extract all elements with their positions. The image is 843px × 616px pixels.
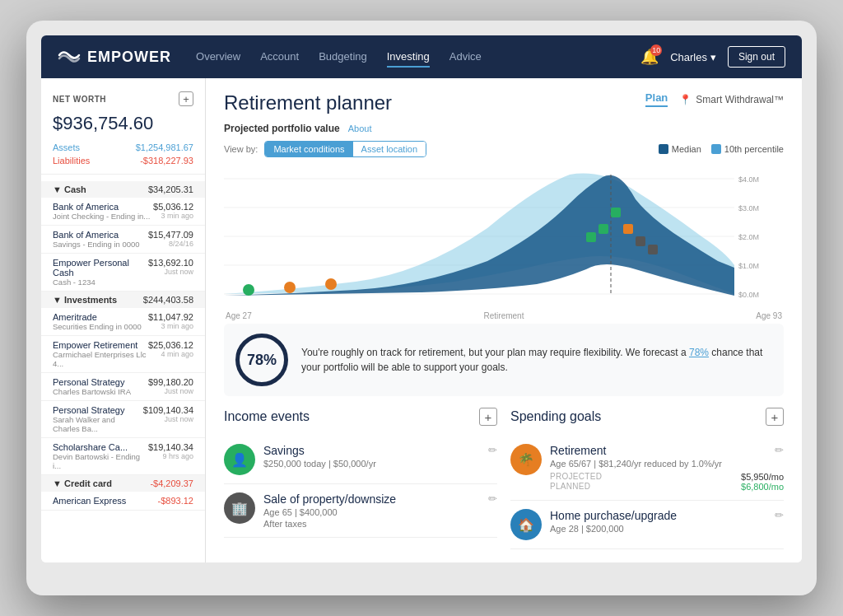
page-header: Retirement planner Plan 📍 Smart Withdraw… [224, 91, 784, 114]
sidebar-section-credit: ▼ Credit card -$4,209.37 American Expres… [41, 475, 205, 511]
liabilities-label: Liabilities [53, 156, 90, 166]
chart-x-labels: Age 27 Retirement Age 93 [224, 311, 784, 320]
logo-icon [58, 48, 81, 66]
chart-label-retirement: Retirement [484, 311, 524, 320]
forecast-message: You're roughly on track for retirement, … [301, 347, 762, 373]
sidebar-header: NET WORTH + [41, 88, 205, 113]
10th-dot [711, 144, 721, 154]
legend-10th: 10th percentile [711, 144, 784, 154]
add-spending-goal-button[interactable]: + [766, 408, 784, 426]
home-edit-icon[interactable]: ✏ [775, 509, 784, 521]
projected-value: $5,950/mo [741, 472, 784, 482]
list-item[interactable]: Empower Personal Cash Cash - 1234 $13,69… [41, 254, 205, 292]
retirement-edit-icon[interactable]: ✏ [775, 444, 784, 456]
retirement-content: Retirement Age 65/67 | $81,240/yr reduce… [550, 444, 784, 492]
nav-overview[interactable]: Overview [196, 47, 240, 68]
chevron-down-icon: ▾ [710, 51, 716, 63]
svg-text:$4.0M: $4.0M [738, 175, 759, 184]
income-events-title: Income events [224, 409, 310, 424]
income-events-section: Income events + 👤 Savings $250,000 today… [224, 408, 497, 549]
savings-edit-icon[interactable]: ✏ [488, 444, 497, 456]
portfolio-chart: $4.0M $3.0M $2.0M $1.0M $0.0M [224, 162, 784, 310]
planned-value: $6,800/mo [741, 482, 784, 492]
spending-goals-header: Spending goals + [510, 408, 784, 426]
list-item[interactable]: Bank of America Savings - Ending in 0000… [41, 226, 205, 254]
liabilities-value: -$318,227.93 [140, 156, 193, 166]
bottom-grid: Income events + 👤 Savings $250,000 today… [224, 408, 784, 549]
savings-icon: 👤 [224, 444, 255, 475]
property-edit-icon[interactable]: ✏ [488, 492, 497, 505]
retirement-sub: Age 65/67 | $81,240/yr reduced by 1.0%/y… [550, 459, 784, 469]
projected-label: Projected portfolio value [224, 123, 340, 134]
legend-median: Median [659, 144, 701, 154]
asset-location-button[interactable]: Asset location [353, 142, 426, 156]
income-events-header: Income events + [224, 408, 497, 426]
property-sale-event: 🏢 Sale of property/downsize Age 65 | $40… [224, 484, 497, 538]
svg-text:$3.0M: $3.0M [738, 204, 759, 212]
credit-section-title: ▼ Credit card [53, 478, 112, 488]
forecast-link[interactable]: 78% [689, 347, 709, 358]
nav-budgeting[interactable]: Budgeting [319, 47, 367, 68]
spending-goals-title: Spending goals [510, 409, 601, 424]
chart-subheader: Projected portfolio value About [224, 123, 784, 134]
list-item[interactable]: Bank of America Joint Checking - Ending … [41, 198, 205, 226]
property-title: Sale of property/downsize [263, 492, 497, 506]
svg-point-13 [325, 278, 337, 290]
planned-label: PLANNED [550, 482, 590, 492]
investments-section-title: ▼ Investments [53, 295, 117, 305]
main-layout: NET WORTH + $936,754.60 Assets $1,254,98… [41, 78, 802, 562]
list-item[interactable]: Scholarshare Ca... Devin Bartowski - End… [41, 438, 205, 475]
list-item[interactable]: Ameritrade Securities Ending in 0000 $11… [41, 308, 205, 336]
add-income-event-button[interactable]: + [479, 408, 497, 426]
list-item[interactable]: Personal Strategy Sarah Walker and Charl… [41, 401, 205, 438]
median-label: Median [672, 144, 701, 154]
credit-section-amount: -$4,209.37 [150, 478, 193, 488]
plan-tab[interactable]: Plan [645, 91, 668, 107]
about-link[interactable]: About [348, 124, 372, 133]
nav-advice[interactable]: Advice [449, 47, 482, 68]
nav-account[interactable]: Account [260, 47, 299, 68]
property-content: Sale of property/downsize Age 65 | $400,… [263, 492, 497, 529]
net-worth-value: $936,754.60 [41, 113, 205, 141]
cash-section-header[interactable]: ▼ Cash $34,205.31 [41, 181, 205, 198]
list-item[interactable]: American Express -$893.12 [41, 492, 205, 511]
svg-rect-22 [623, 224, 633, 234]
retirement-planned-row: PLANNED $6,800/mo [550, 482, 784, 492]
svg-rect-21 [611, 208, 621, 217]
sign-out-button[interactable]: Sign out [728, 46, 785, 68]
sidebar-divider [41, 174, 205, 175]
assets-value: $1,254,981.67 [136, 142, 193, 152]
chart-svg: $4.0M $3.0M $2.0M $1.0M $0.0M [224, 162, 784, 306]
retirement-goal: 🌴 Retirement Age 65/67 | $81,240/yr redu… [510, 436, 784, 501]
add-account-button[interactable]: + [179, 91, 193, 106]
smart-withdrawal-button[interactable]: 📍 Smart Withdrawal™ [679, 94, 784, 105]
home-sub: Age 28 | $200,000 [550, 524, 784, 534]
forecast-box: 78% You're roughly on track for retireme… [224, 324, 784, 396]
retirement-icon: 🌴 [510, 444, 542, 475]
svg-rect-19 [586, 232, 596, 242]
chart-label-age27: Age 27 [226, 311, 252, 320]
list-item[interactable]: Empower Retirement Carmichael Enterprise… [41, 336, 205, 373]
user-name: Charles [670, 51, 707, 63]
svg-text:$0.0M: $0.0M [738, 291, 759, 299]
net-worth-label: NET WORTH [53, 95, 106, 104]
user-menu[interactable]: Charles ▾ [670, 51, 716, 63]
nav-links: Overview Account Budgeting Investing Adv… [196, 47, 640, 68]
chart-view-toggle: Market conditions Asset location [264, 141, 426, 157]
credit-section-header[interactable]: ▼ Credit card -$4,209.37 [41, 475, 205, 492]
10th-label: 10th percentile [724, 144, 784, 154]
savings-content: Savings $250,000 today | $50,000/yr [263, 444, 497, 469]
svg-text:$1.0M: $1.0M [738, 262, 759, 270]
retirement-projected-row: PROJECTED $5,950/mo [550, 472, 784, 482]
location-pin-icon: 📍 [679, 94, 692, 105]
nav-investing[interactable]: Investing [387, 47, 430, 68]
chart-label-age93: Age 93 [756, 311, 782, 320]
nav-right: 🔔 10 Charles ▾ Sign out [640, 46, 785, 68]
bell-icon[interactable]: 🔔 10 [640, 48, 659, 66]
savings-event: 👤 Savings $250,000 today | $50,000/yr ✏ [224, 436, 497, 484]
market-conditions-button[interactable]: Market conditions [265, 142, 352, 156]
assets-label: Assets [53, 142, 80, 152]
investments-section-header[interactable]: ▼ Investments $244,403.58 [41, 292, 205, 308]
list-item[interactable]: Personal Strategy Charles Bartowski IRA … [41, 373, 205, 401]
smart-withdrawal-label: Smart Withdrawal™ [696, 94, 784, 105]
